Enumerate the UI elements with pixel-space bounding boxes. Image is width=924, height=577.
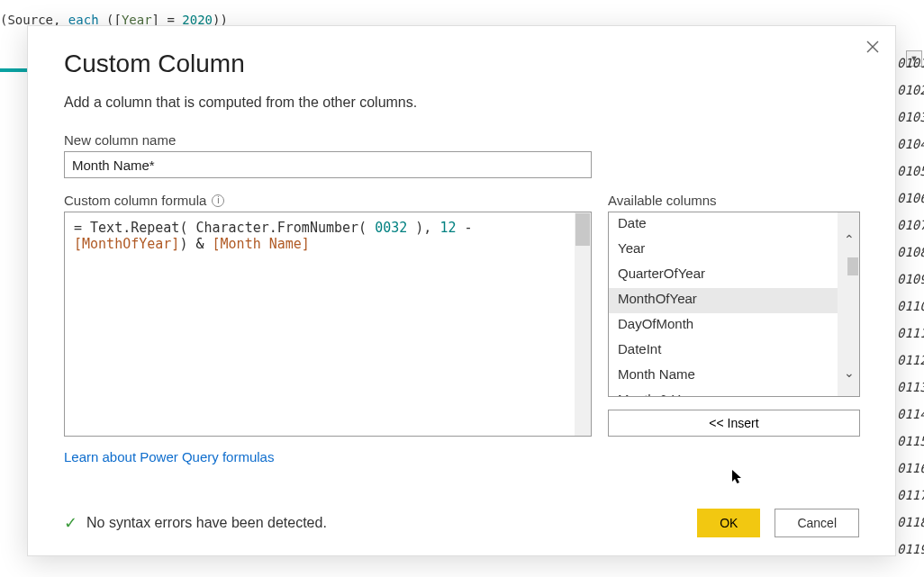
available-column-item[interactable]: Year	[609, 238, 859, 263]
background-value-cell: 0106	[897, 185, 924, 212]
background-value-cell: 0110	[897, 293, 924, 320]
new-column-name-label: New column name	[64, 132, 859, 148]
available-column-item[interactable]: Month Name	[609, 364, 859, 389]
background-value-cell: 0119	[897, 536, 924, 563]
available-column-item[interactable]: Date	[609, 212, 859, 238]
available-columns-list: DateYearQuarterOfYearMonthOfYearDayOfMon…	[608, 212, 860, 397]
ok-button[interactable]: OK	[697, 509, 760, 537]
background-value-cell: 0104	[897, 131, 924, 158]
learn-link[interactable]: Learn about Power Query formulas	[64, 449, 274, 464]
custom-column-dialog: Custom Column Add a column that is compu…	[27, 25, 896, 556]
available-scrollbar[interactable]: ⌃ ⌄	[838, 212, 859, 396]
background-value-cell: 0101	[897, 50, 924, 77]
available-scroll-thumb[interactable]	[847, 257, 858, 275]
scroll-up-icon[interactable]: ⌃	[844, 232, 855, 247]
custom-column-formula-input[interactable]: = Text.Repeat( Character.FromNumber( 003…	[64, 212, 592, 437]
background-value-cell: 0117	[897, 482, 924, 509]
background-value-cell: 0112	[897, 347, 924, 374]
background-value-cell: 0118	[897, 509, 924, 536]
available-column-item[interactable]: Month & Year	[609, 389, 859, 397]
background-value-cell: 0111	[897, 320, 924, 347]
background-value-cell: 0102	[897, 77, 924, 104]
close-icon	[866, 41, 879, 53]
background-value-cell: 0116	[897, 455, 924, 482]
dialog-subtitle: Add a column that is computed from the o…	[64, 95, 859, 111]
new-column-name-input[interactable]	[64, 151, 592, 178]
dialog-title: Custom Column	[64, 50, 859, 78]
available-column-item[interactable]: QuarterOfYear	[609, 263, 859, 288]
close-button[interactable]	[863, 37, 883, 57]
syntax-status-text: No syntax errors have been detected.	[86, 515, 327, 531]
background-value-cell: 0107	[897, 212, 924, 239]
insert-button[interactable]: << Insert	[608, 410, 860, 437]
background-column-values: 0101010201030104010501060107010801090110…	[897, 50, 924, 563]
available-column-item[interactable]: DayOfMonth	[609, 313, 859, 338]
background-value-cell: 0103	[897, 104, 924, 131]
background-accent-bar	[0, 68, 27, 72]
syntax-status: ✓ No syntax errors have been detected.	[64, 513, 327, 533]
formula-scroll-thumb[interactable]	[575, 213, 590, 246]
cancel-button[interactable]: Cancel	[775, 509, 859, 537]
custom-column-formula-label: Custom column formula i	[64, 193, 592, 208]
available-column-item[interactable]: MonthOfYear	[609, 288, 859, 313]
background-value-cell: 0115	[897, 428, 924, 455]
info-icon[interactable]: i	[212, 194, 224, 207]
formula-scrollbar[interactable]	[575, 212, 591, 436]
scroll-down-icon[interactable]: ⌄	[844, 365, 855, 380]
cursor-icon	[731, 469, 744, 489]
available-columns-label: Available columns	[608, 193, 860, 208]
background-value-cell: 0109	[897, 266, 924, 293]
background-value-cell: 0113	[897, 374, 924, 401]
check-icon: ✓	[64, 513, 77, 533]
background-value-cell: 0114	[897, 401, 924, 428]
available-column-item[interactable]: DateInt	[609, 338, 859, 364]
background-value-cell: 0105	[897, 158, 924, 185]
background-value-cell: 0108	[897, 239, 924, 266]
